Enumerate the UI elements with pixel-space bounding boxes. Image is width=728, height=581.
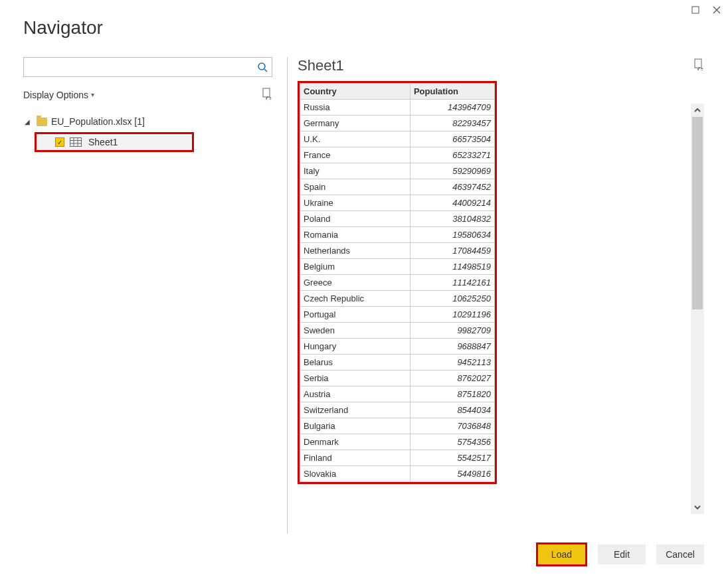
cell-population: 65233271	[410, 147, 494, 163]
table-row[interactable]: U.K.66573504	[300, 131, 495, 147]
preview-table: Country Population Russia143964709German…	[300, 83, 495, 482]
collapse-arrow-icon[interactable]: ◢	[25, 118, 33, 125]
table-row[interactable]: Denmark5754356	[300, 434, 495, 450]
dialog-title: Navigator	[23, 17, 103, 39]
cell-country: Portugal	[300, 307, 410, 323]
table-row[interactable]: Italy59290969	[300, 163, 495, 179]
scroll-thumb[interactable]	[692, 117, 703, 309]
cell-population: 66573504	[410, 131, 494, 147]
cell-country: Belarus	[300, 355, 410, 371]
scroll-down-icon[interactable]	[691, 501, 704, 514]
svg-rect-12	[695, 59, 701, 68]
cell-country: Austria	[300, 386, 410, 402]
cell-country: Switzerland	[300, 402, 410, 418]
scroll-track[interactable]	[691, 117, 704, 501]
cell-country: Germany	[300, 116, 410, 131]
table-row[interactable]: Sweden9982709	[300, 323, 495, 339]
cell-population: 9688847	[410, 339, 494, 355]
cell-country: Czech Republic	[300, 291, 410, 307]
cell-country: Poland	[300, 211, 410, 227]
cell-population: 143964709	[410, 100, 494, 116]
close-button[interactable]	[712, 5, 721, 15]
cell-country: U.K.	[300, 131, 410, 147]
cell-country: Greece	[300, 275, 410, 291]
search-icon[interactable]	[253, 62, 272, 72]
cell-population: 10291196	[410, 307, 494, 323]
cell-population: 19580634	[410, 227, 494, 243]
sheet-label: Sheet1	[88, 137, 118, 147]
table-row[interactable]: Bulgaria7036848	[300, 418, 495, 434]
table-row[interactable]: Czech Republic10625250	[300, 291, 495, 307]
cell-population: 8544034	[410, 402, 494, 418]
cell-country: Romania	[300, 227, 410, 243]
vertical-scrollbar[interactable]	[691, 104, 704, 514]
cell-population: 5449816	[410, 466, 494, 482]
cancel-button[interactable]: Cancel	[656, 544, 704, 564]
sheet-icon	[70, 137, 82, 147]
cell-population: 17084459	[410, 243, 494, 259]
table-row[interactable]: France65233271	[300, 147, 495, 163]
table-row[interactable]: Netherlands17084459	[300, 243, 495, 259]
file-label: EU_Population.xlsx [1]	[51, 116, 145, 127]
preview-title: Sheet1	[298, 57, 344, 74]
cell-country: Ukraine	[300, 195, 410, 211]
table-row[interactable]: Poland38104832	[300, 211, 495, 227]
cell-population: 59290969	[410, 163, 494, 179]
table-row[interactable]: Belgium11498519	[300, 259, 495, 275]
display-options-dropdown[interactable]: Display Options ▾	[23, 90, 94, 100]
table-row[interactable]: Hungary9688847	[300, 339, 495, 355]
table-row[interactable]: Spain46397452	[300, 179, 495, 195]
cell-population: 82293457	[410, 116, 494, 131]
table-row[interactable]: Switzerland8544034	[300, 402, 495, 418]
cell-country: Denmark	[300, 434, 410, 450]
refresh-preview-icon[interactable]	[693, 57, 704, 74]
cell-population: 7036848	[410, 418, 494, 434]
scroll-up-icon[interactable]	[691, 104, 704, 117]
cell-country: Sweden	[300, 323, 410, 339]
cell-country: Finland	[300, 450, 410, 466]
maximize-button[interactable]	[691, 5, 700, 15]
navigator-left-panel: Display Options ▾ ◢ EU_Population.xlsx […	[23, 57, 272, 152]
table-row[interactable]: Serbia8762027	[300, 371, 495, 386]
cell-population: 5754356	[410, 434, 494, 450]
tree-sheet-node[interactable]: ✓ Sheet1	[35, 132, 194, 152]
cell-country: Hungary	[300, 339, 410, 355]
refresh-icon[interactable]	[262, 88, 272, 102]
table-row[interactable]: Greece11142161	[300, 275, 495, 291]
cell-country: Bulgaria	[300, 418, 410, 434]
table-row[interactable]: Slovakia5449816	[300, 466, 495, 482]
table-row[interactable]: Germany82293457	[300, 116, 495, 131]
table-row[interactable]: Belarus9452113	[300, 355, 495, 371]
cell-population: 46397452	[410, 179, 494, 195]
panel-divider	[287, 57, 288, 534]
cell-population: 11142161	[410, 275, 494, 291]
cell-population: 11498519	[410, 259, 494, 275]
cell-country: France	[300, 147, 410, 163]
edit-button[interactable]: Edit	[598, 544, 646, 564]
cell-population: 8762027	[410, 371, 494, 386]
folder-icon	[37, 118, 47, 126]
cell-population: 10625250	[410, 291, 494, 307]
cell-population: 38104832	[410, 211, 494, 227]
cell-population: 9452113	[410, 355, 494, 371]
search-input[interactable]	[24, 62, 253, 72]
table-row[interactable]: Austria8751820	[300, 386, 495, 402]
table-row[interactable]: Finland5542517	[300, 450, 495, 466]
cell-country: Netherlands	[300, 243, 410, 259]
load-button[interactable]: Load	[536, 542, 587, 566]
sheet-checkbox[interactable]: ✓	[55, 137, 64, 147]
cell-country: Italy	[300, 163, 410, 179]
table-row[interactable]: Ukraine44009214	[300, 195, 495, 211]
table-row[interactable]: Russia143964709	[300, 100, 495, 116]
cell-population: 5542517	[410, 450, 494, 466]
table-row[interactable]: Portugal10291196	[300, 307, 495, 323]
tree-file-node[interactable]: ◢ EU_Population.xlsx [1]	[23, 112, 272, 131]
table-row[interactable]: Romania19580634	[300, 227, 495, 243]
cell-population: 9982709	[410, 323, 494, 339]
search-box[interactable]	[23, 57, 272, 77]
display-options-label: Display Options	[23, 90, 88, 100]
cell-country: Russia	[300, 100, 410, 116]
cell-population: 8751820	[410, 386, 494, 402]
column-header-country[interactable]: Country	[300, 84, 410, 100]
column-header-population[interactable]: Population	[410, 84, 494, 100]
